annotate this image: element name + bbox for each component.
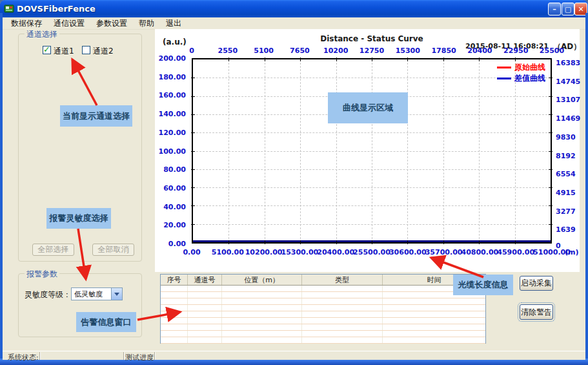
left-axis-tick: 100.00 [159, 147, 186, 155]
menu-item-help[interactable]: 帮助 [133, 17, 160, 30]
top-axis-tick: 15300 [396, 47, 420, 55]
right-axis-tick: 9830 [556, 132, 576, 141]
channel1-checkbox[interactable]: ✓ [43, 46, 51, 54]
left-axis: 200.00180.00160.00140.00120.00100.0080.0… [155, 58, 188, 244]
top-axis-tick: 2550 [218, 47, 238, 55]
system-status-label: 系统状态: [8, 353, 39, 362]
tick-mark [479, 240, 480, 244]
table-cell [302, 286, 383, 291]
tick-mark [549, 205, 553, 206]
cancel-all-button[interactable]: 全部取消 [92, 244, 134, 256]
table-row[interactable] [161, 311, 485, 318]
legend-line-icon [497, 67, 511, 68]
bottom-axis-tick: 0.00 [183, 248, 200, 256]
table-cell [222, 298, 302, 304]
tick-mark [549, 132, 553, 133]
tick-mark [191, 205, 195, 206]
gridline-vertical [407, 59, 408, 242]
table-cell [188, 298, 222, 304]
window-title: DOVSFiberFence [17, 4, 96, 14]
legend-line-icon [497, 78, 511, 79]
gridline-horizontal [193, 187, 551, 188]
right-axis-tick: 13107 [556, 96, 580, 104]
right-axis-tick: 6554 [556, 170, 576, 178]
window-border-left [0, 13, 3, 360]
maximize-icon: ▢ [565, 5, 571, 14]
application-window: DOVSFiberFence – ▢ ✕ 数据保存 通信设置 参数设置 帮助 退… [0, 0, 588, 365]
tick-mark [191, 169, 195, 170]
statusbar-separator [154, 352, 155, 360]
table-cell [161, 337, 188, 343]
tick-mark [228, 57, 229, 61]
table-row[interactable] [161, 331, 485, 337]
tick-mark [191, 224, 195, 225]
table-cell [302, 331, 383, 337]
table-cell [302, 318, 383, 324]
chevron-down-icon[interactable] [111, 288, 122, 300]
tick-mark [336, 240, 337, 244]
chart-legend: 原始曲线差值曲线 [497, 62, 545, 84]
table-cell [222, 337, 302, 343]
right-axis-tick: 8192 [556, 151, 576, 160]
alarm-groupbox-title: 报警参数 [25, 269, 59, 280]
top-axis-tick: 10200 [323, 47, 348, 55]
bottom-axis-tick: 40800.00 [461, 248, 499, 256]
tick-mark [191, 78, 195, 78]
top-axis-tick: 5100 [254, 47, 274, 55]
bottom-axis-tick: 15300.00 [281, 248, 319, 256]
tick-mark [515, 240, 516, 244]
channel1-label[interactable]: 通道1 [54, 46, 74, 57]
minimize-button[interactable]: – [548, 3, 561, 16]
table-cell [161, 298, 188, 304]
menu-item-param-settings[interactable]: 参数设置 [90, 17, 133, 30]
table-cell [161, 292, 188, 298]
close-icon: ✕ [578, 5, 583, 14]
tick-mark [407, 57, 408, 61]
left-axis-tick: 140.00 [159, 110, 186, 118]
right-axis: 1638314745131071146998308192655449153277… [556, 58, 584, 244]
table-row[interactable] [161, 305, 485, 311]
sensitivity-dropdown[interactable]: 低灵敏度 [71, 287, 123, 300]
menu-item-comm-settings[interactable]: 通信设置 [48, 17, 90, 30]
legend-entry: 原始曲线 [497, 62, 545, 73]
tick-mark [265, 240, 265, 244]
table-cell [302, 292, 383, 298]
menu-item-exit[interactable]: 退出 [160, 17, 187, 30]
table-row[interactable] [161, 298, 485, 305]
table-row[interactable] [161, 324, 485, 331]
menu-bar: 数据保存 通信设置 参数设置 帮助 退出 [3, 17, 585, 30]
table-cell [222, 286, 302, 291]
channel2-label[interactable]: 通道2 [93, 46, 114, 57]
sensitivity-label: 灵敏度等级： [25, 289, 71, 300]
tick-mark [549, 78, 553, 78]
table-cell [188, 286, 222, 291]
table-row[interactable] [161, 337, 485, 344]
alarm-info-table[interactable]: 序号通道号位置（m）类型时间 [160, 274, 486, 344]
tick-mark [549, 96, 553, 97]
table-row[interactable] [161, 286, 485, 292]
left-axis-tick: 0.00 [168, 240, 186, 248]
bottom-axis-tick: 45900.00 [497, 248, 534, 256]
select-all-button[interactable]: 全部选择 [32, 244, 74, 256]
table-row[interactable] [161, 292, 485, 298]
table-cell [188, 292, 222, 298]
left-axis-tick: 120.00 [159, 128, 186, 136]
right-axis-tick: 14745 [556, 77, 580, 85]
app-icon [4, 3, 14, 14]
table-cell [383, 318, 485, 324]
channel2-checkbox[interactable] [82, 46, 90, 54]
left-axis-tick: 200.00 [159, 54, 186, 63]
top-axis-tick: 20400 [467, 47, 492, 55]
table-row[interactable] [161, 318, 485, 324]
gridline-vertical [443, 59, 444, 242]
maximize-button[interactable]: ▢ [562, 3, 574, 16]
table-cell [302, 311, 383, 317]
menu-item-data-save[interactable]: 数据保存 [5, 17, 48, 30]
start-acquisition-button[interactable]: 启动采集 [520, 276, 553, 291]
tick-mark [549, 224, 553, 225]
tick-mark [191, 114, 195, 115]
clear-alarm-button[interactable]: 清除警告 [520, 304, 553, 320]
table-cell [302, 298, 383, 304]
plot-area[interactable]: 原始曲线差值曲线 [192, 58, 552, 244]
title-bar[interactable]: DOVSFiberFence – ▢ ✕ [0, 0, 588, 17]
